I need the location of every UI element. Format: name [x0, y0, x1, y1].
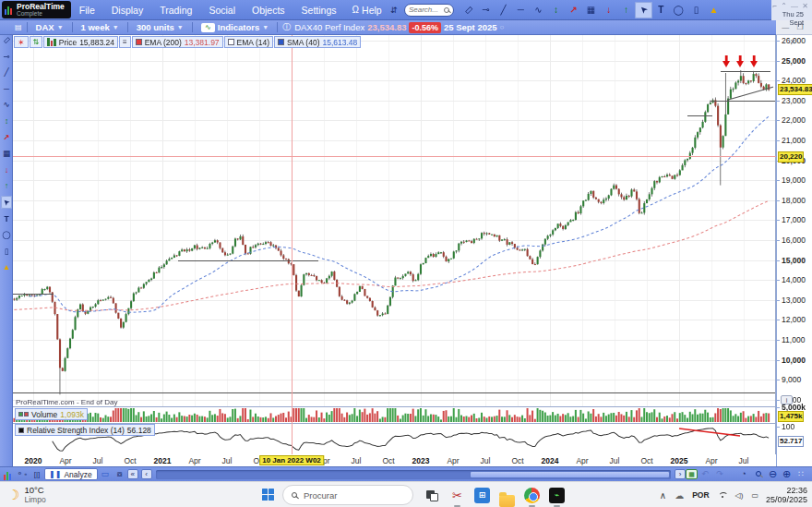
- horizontal-line-icon[interactable]: ─: [512, 2, 530, 18]
- scroll-right-button[interactable]: ›: [675, 469, 686, 479]
- segment-icon[interactable]: ╱: [495, 2, 512, 18]
- adjustments-icon[interactable]: ⇵: [389, 2, 399, 18]
- text-tool-icon[interactable]: T: [652, 2, 670, 18]
- chart-export-icon[interactable]: ▦: [582, 2, 600, 18]
- analyze-button[interactable]: ❚❚ Analyze: [44, 468, 98, 480]
- units-selector[interactable]: 300 units▼: [133, 22, 187, 32]
- timeframe-selector[interactable]: 1 week▼: [78, 22, 123, 32]
- horizontal-line-icon[interactable]: ─: [1, 82, 12, 95]
- taskbar-clock[interactable]: 22:36 25/09/2025: [766, 486, 807, 504]
- weather-widget[interactable]: ☽ 10°C Limpo: [7, 485, 46, 504]
- sma40-legend[interactable]: SMA (40) 15,613.48: [274, 36, 361, 48]
- trend-arrow-icon[interactable]: ↗: [1, 131, 12, 144]
- chart-scrollbar[interactable]: [156, 470, 671, 479]
- time-zoom-icon[interactable]: ◔: [736, 468, 751, 480]
- search-input[interactable]: [409, 6, 444, 14]
- price-chart-canvas[interactable]: [13, 35, 776, 466]
- ema14-legend[interactable]: EMA (14): [224, 36, 273, 48]
- columns-icon[interactable]: [|]: [30, 468, 44, 480]
- scale-arrows-icon[interactable]: ↕: [547, 2, 565, 18]
- doc-icon: ❚❚: [49, 469, 61, 480]
- info-icon[interactable]: ⓘ: [282, 21, 291, 33]
- price-legend[interactable]: Price 15,883.24: [43, 36, 118, 48]
- battery-icon[interactable]: ▭: [751, 491, 758, 500]
- prt-mini-icon[interactable]: [0, 468, 15, 480]
- favorite-button[interactable]: ✶: [14, 36, 29, 48]
- mini-chart-icon[interactable]: ▤: [15, 23, 22, 31]
- microsoft-store-icon[interactable]: ⊞: [474, 488, 490, 503]
- menu-help[interactable]: Ω Help: [345, 5, 389, 16]
- undo-icon[interactable]: ↶: [698, 468, 712, 480]
- screenshot-icon[interactable]: ⧇: [113, 468, 127, 480]
- scroll-left-button[interactable]: ‹: [141, 469, 152, 479]
- alert-bell-icon[interactable]: ▲: [1, 260, 12, 273]
- scroll-far-left-button[interactable]: «: [127, 469, 138, 479]
- hidden-icons-button[interactable]: ∧: [660, 490, 666, 501]
- cursor-icon[interactable]: ➤: [1, 196, 12, 209]
- indicators-button[interactable]: ∿ Indicators▼: [197, 22, 272, 32]
- window-controls[interactable]: ⌐ ⌃ — ✕: [771, 2, 809, 10]
- menu-settings[interactable]: Settings: [293, 0, 345, 20]
- ema200-value: 13,381.97: [185, 38, 220, 47]
- magnifier-icon[interactable]: [751, 468, 766, 480]
- more-options-icon[interactable]: ∷: [794, 468, 808, 480]
- sell-arrow-icon[interactable]: ↓: [600, 2, 617, 18]
- menu-objects[interactable]: Objects: [244, 0, 293, 20]
- buy-arrow-icon[interactable]: ↑: [617, 2, 635, 18]
- ellipse-icon[interactable]: ◯: [1, 228, 12, 241]
- calendar-icon[interactable]: ▦: [686, 469, 698, 479]
- scale-arrows-icon[interactable]: ↕: [1, 115, 12, 127]
- volume-icon[interactable]: ◁): [735, 491, 744, 500]
- system-tray: ∧ ☁ POR ◁) ▭: [660, 482, 758, 507]
- instrument-selector[interactable]: DAX▼: [32, 22, 67, 32]
- alert-bell-icon[interactable]: ▲: [705, 2, 722, 18]
- menu-trading[interactable]: Trading: [151, 0, 200, 20]
- onedrive-icon[interactable]: ☁: [675, 490, 684, 501]
- ruler-icon[interactable]: ▭: [1, 33, 12, 46]
- language-indicator[interactable]: POR: [692, 490, 709, 500]
- price-axis-tick: 19,000: [782, 175, 806, 185]
- snipping-tool-icon[interactable]: ✂: [449, 488, 465, 503]
- price-axis[interactable]: 26,00025,00024,00023,00022,00021,00020,0…: [776, 35, 812, 466]
- list-button[interactable]: ≡: [119, 36, 131, 48]
- volume-legend[interactable]: Volume 1,093k: [15, 408, 88, 420]
- sell-arrow-icon[interactable]: ↓: [1, 163, 12, 176]
- share-icon[interactable]: ⚬⚬: [15, 468, 30, 480]
- start-button[interactable]: [262, 489, 275, 501]
- trash-icon[interactable]: ▯: [1, 245, 12, 258]
- date-axis[interactable]: 2020AprJulOct2021AprJulOct10 Jan 2022 W0…: [13, 454, 776, 466]
- comment-icon[interactable]: ▭: [98, 468, 113, 480]
- link-icon[interactable]: ⊸: [477, 2, 495, 18]
- wave-icon[interactable]: ∿: [530, 2, 547, 18]
- chrome-icon[interactable]: [524, 488, 540, 503]
- wifi-icon[interactable]: [718, 492, 727, 499]
- task-view-button[interactable]: [424, 488, 440, 503]
- buy-arrow-icon[interactable]: ↑: [1, 179, 12, 192]
- trash-icon[interactable]: ▯: [687, 2, 705, 18]
- logo-chart-icon: [5, 6, 14, 15]
- file-explorer-icon[interactable]: [499, 488, 515, 503]
- taskbar-search[interactable]: Procurar: [282, 485, 413, 505]
- link-icon[interactable]: ⊸: [1, 50, 12, 63]
- segment-icon[interactable]: ╱: [1, 66, 12, 78]
- compare-button[interactable]: ⇅: [30, 36, 43, 48]
- zoom-out-button[interactable]: ⊖: [766, 468, 780, 480]
- volume-down-swatch: [24, 412, 29, 416]
- redo-icon[interactable]: ↷: [712, 468, 727, 480]
- menu-display[interactable]: Display: [103, 0, 151, 20]
- cursor-icon[interactable]: ➤: [635, 2, 652, 18]
- ema200-legend[interactable]: EMA (200) 13,381.97: [132, 36, 223, 48]
- zoom-in-button[interactable]: ⊕: [780, 468, 794, 480]
- menu-social[interactable]: Social: [200, 0, 244, 20]
- menu-file[interactable]: File: [71, 0, 103, 20]
- wave-icon[interactable]: ∿: [1, 98, 12, 111]
- rsi-legend[interactable]: Relative Strength Index (14) 56.128: [15, 424, 155, 436]
- chart-export-icon[interactable]: ▦: [1, 147, 12, 160]
- prorealtime-taskbar-icon[interactable]: ⌁: [549, 488, 565, 503]
- ellipse-icon[interactable]: ◯: [670, 2, 687, 18]
- ruler-icon[interactable]: ▭: [460, 2, 477, 18]
- trend-arrow-icon[interactable]: ↗: [565, 2, 582, 18]
- search-box[interactable]: [404, 4, 454, 17]
- text-tool-icon[interactable]: T: [1, 212, 12, 225]
- scrollbar-thumb[interactable]: [470, 471, 670, 478]
